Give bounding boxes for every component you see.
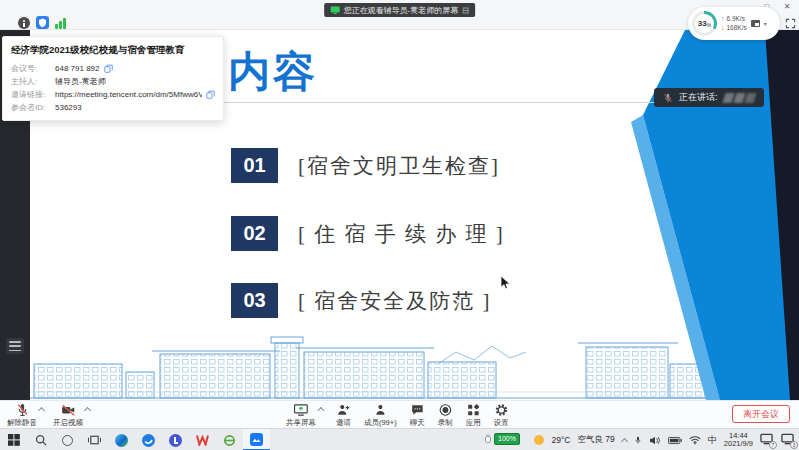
network-signal-icon[interactable]: [55, 17, 66, 29]
apps-button[interactable]: 应用: [466, 403, 481, 428]
meeting-info-icon[interactable]: [18, 17, 30, 29]
slide-decoration-shapes: [629, 30, 799, 400]
share-screen-button[interactable]: 共享屏幕: [286, 403, 316, 428]
mini-window-icon[interactable]: [751, 20, 760, 27]
muted-mic-icon: [663, 92, 673, 104]
banner-pin-icon[interactable]: [462, 7, 469, 14]
participant-id-label: 参会者ID:: [11, 101, 55, 114]
members-button[interactable]: 成员(99+): [364, 403, 397, 428]
chat-button[interactable]: 聊天: [410, 403, 425, 428]
tray-badge-count: 3: [790, 441, 798, 449]
download-speed: 168K/s: [727, 24, 747, 32]
wps-office-icon: [196, 434, 209, 446]
leave-meeting-button[interactable]: 离开会议: [732, 405, 790, 423]
start-video-label: 开启视频: [53, 418, 83, 428]
thumbnail-list-icon[interactable]: [6, 338, 24, 354]
settings-gear-icon: [494, 403, 508, 417]
taskbar-app-l[interactable]: [162, 429, 189, 450]
item-number-badge: 02: [231, 216, 278, 251]
edge-browser-icon: [115, 434, 128, 447]
share-screen-icon: [293, 403, 308, 417]
windows-logo-icon: [8, 434, 20, 446]
cortana-button[interactable]: [54, 429, 81, 450]
meeting-info-popup: 经济学院2021级校纪校规与宿舍管理教育 会议号: 648 791 892 主持…: [2, 36, 224, 121]
start-button[interactable]: [0, 429, 27, 450]
performance-widget[interactable]: 33% ↑6.9K/s ↓168K/s ▾: [688, 7, 780, 40]
tray-network-icon[interactable]: [689, 435, 701, 445]
members-label: 成员(99+): [364, 418, 397, 428]
tray-badge-count: 7: [769, 441, 777, 449]
copy-icon[interactable]: [206, 90, 215, 99]
unmute-label: 解除静音: [7, 418, 37, 428]
speaking-label: 正在讲话:: [679, 91, 718, 104]
item-text: [ 宿舍安全及防范 ]: [298, 287, 492, 315]
unmute-button[interactable]: 解除静音: [7, 403, 37, 428]
slide-title: 内容: [228, 44, 318, 100]
meeting-topbar: 您正在观看辅导员-黄老师的屏幕 — □ ✕ 33% ↑6.9K/s ↓168K/…: [0, 0, 799, 30]
meeting-security-icon[interactable]: [36, 16, 49, 29]
chat-icon: [410, 403, 424, 417]
start-video-button[interactable]: 开启视频: [53, 403, 83, 428]
share-options-icon[interactable]: [317, 407, 324, 414]
invite-button[interactable]: 邀请: [336, 403, 351, 428]
tray-mic-icon[interactable]: [634, 435, 642, 446]
host-value: 辅导员-黄老师: [55, 75, 106, 88]
download-arrow-icon: ↓: [721, 24, 725, 32]
invite-icon: [336, 403, 350, 417]
meeting-id-value: 648 791 892: [55, 62, 100, 75]
apps-icon: [466, 403, 480, 417]
taskbar-app-wps[interactable]: [189, 429, 216, 450]
copy-icon[interactable]: [104, 64, 113, 73]
now-speaking-pill: 正在讲话:: [654, 88, 764, 107]
weather-sun-icon: [534, 435, 544, 445]
item-number-badge: 03: [231, 283, 278, 318]
taskbar-clock[interactable]: 14:44 2021/9/9: [724, 432, 753, 449]
record-button[interactable]: 录制: [438, 403, 453, 428]
ime-indicator[interactable]: 中: [708, 434, 717, 447]
settings-button[interactable]: 设置: [494, 403, 509, 428]
chat-label: 聊天: [410, 418, 425, 428]
camera-off-icon: [61, 403, 76, 417]
perf-dropdown-icon[interactable]: ▾: [764, 20, 767, 27]
tray-notification-1[interactable]: 7: [760, 433, 774, 447]
weather-temp[interactable]: 29°C: [551, 435, 570, 445]
show-hidden-icons[interactable]: [621, 437, 628, 444]
close-button[interactable]: ✕: [777, 0, 797, 13]
slide-item-1: 01 [宿舍文明卫生检查]: [231, 148, 500, 183]
cortana-icon: [62, 435, 73, 446]
watching-banner-text: 您正在观看辅导员-黄老师的屏幕: [344, 5, 459, 16]
mic-muted-icon: [16, 403, 29, 417]
watching-banner[interactable]: 您正在观看辅导员-黄老师的屏幕: [324, 3, 476, 17]
meeting-id-label: 会议号:: [11, 62, 55, 75]
video-options-icon[interactable]: [84, 407, 91, 414]
cpu-percent-unit: %: [707, 22, 711, 28]
network-speeds: ↑6.9K/s ↓168K/s: [721, 15, 747, 32]
item-number-badge: 01: [231, 148, 278, 183]
taskbar-app-browser[interactable]: [135, 429, 162, 450]
blue-browser-icon: [142, 434, 155, 447]
windows-taskbar: 100% 29°C 空气良 79: [0, 428, 799, 450]
item-text: [ 住 宿 手 续 办 理 ]: [298, 220, 505, 248]
tray-volume-icon[interactable]: [649, 435, 661, 446]
taskbar-search-button[interactable]: [27, 429, 54, 450]
weather-air-quality[interactable]: 空气良 79: [577, 434, 614, 446]
l-app-icon: [169, 434, 182, 447]
fullscreen-icon[interactable]: [785, 18, 796, 29]
tray-battery-icon[interactable]: [668, 436, 682, 445]
taskbar-app-edge[interactable]: [108, 429, 135, 450]
task-view-button[interactable]: [81, 429, 108, 450]
tray-notification-2[interactable]: 3: [781, 433, 795, 447]
battery-plug-icon: [484, 434, 492, 445]
taskbar-app-ie[interactable]: [216, 429, 243, 450]
record-label: 录制: [438, 418, 453, 428]
invite-link-value[interactable]: https://meeting.tencent.com/dm/5Mfww6VuO…: [55, 88, 202, 101]
meeting-title: 经济学院2021级校纪校规与宿舍管理教育: [11, 44, 215, 57]
mic-options-icon[interactable]: [38, 407, 45, 414]
tencent-meeting-icon: [250, 433, 263, 446]
host-label: 主持人:: [11, 75, 55, 88]
members-icon: [373, 403, 387, 417]
taskbar-app-tencent-meeting[interactable]: [243, 429, 270, 450]
upload-arrow-icon: ↑: [721, 15, 725, 23]
invite-link-label: 邀请链接:: [11, 88, 55, 101]
battery-software-widget[interactable]: 100%: [484, 433, 520, 445]
